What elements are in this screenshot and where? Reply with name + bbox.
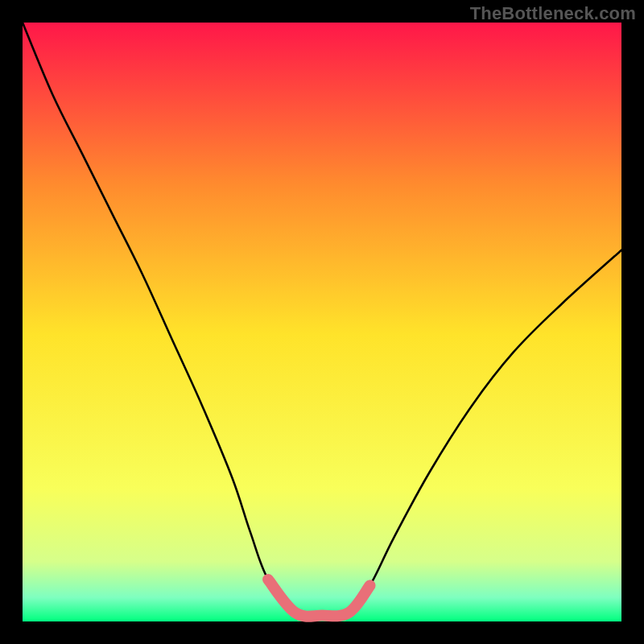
chart-stage: { "watermark": "TheBottleneck.com", "col… xyxy=(0,0,644,644)
chart-svg xyxy=(0,0,644,644)
watermark-text: TheBottleneck.com xyxy=(470,3,636,24)
gradient-plot-area xyxy=(23,23,621,621)
